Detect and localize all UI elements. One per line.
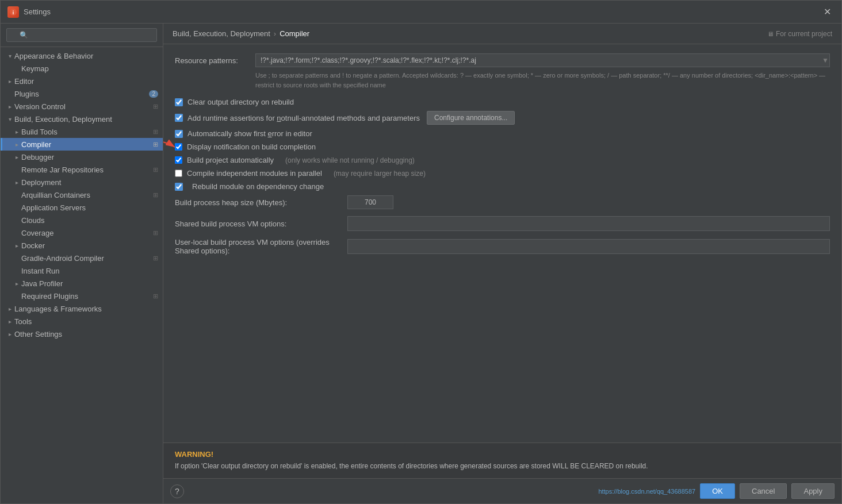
checkbox-clear-output-input[interactable] <box>175 98 183 106</box>
checkbox-add-assertions: Add runtime assertions for notnull-annot… <box>175 111 830 125</box>
sidebar-item-label-languages: Languages & Frameworks <box>14 305 158 313</box>
bottom-buttons: https://blog.csdn.net/qq_43688587 OK Can… <box>598 483 835 499</box>
sidebar-item-java-profiler[interactable]: Java Profiler <box>1 277 163 290</box>
sidebar-item-label-vcs: Version Control <box>14 102 151 111</box>
sidebar-item-clouds[interactable]: Clouds <box>1 214 163 226</box>
main-content: Appearance & Behavior Keymap Editor Plug… <box>1 24 841 503</box>
heap-size-input[interactable] <box>347 195 393 209</box>
sidebar-search-container <box>1 24 163 47</box>
resource-scroll-icon[interactable]: ▼ <box>822 56 829 64</box>
sidebar-item-debugger[interactable]: Debugger <box>1 151 163 163</box>
heap-size-label: Build process heap size (Mbytes): <box>175 198 347 207</box>
sidebar-item-label-tools: Tools <box>14 317 158 326</box>
coverage-copy-icon: ⊞ <box>153 229 158 237</box>
resource-patterns-input[interactable] <box>255 53 830 67</box>
sidebar-item-deployment[interactable]: Deployment <box>1 176 163 188</box>
sidebar-item-build-exec[interactable]: Build, Execution, Deployment <box>1 113 163 125</box>
checkbox-rebuild-module-row: Rebuild module on dependency change <box>175 182 830 191</box>
sidebar-item-keymap[interactable]: Keymap <box>1 62 163 75</box>
checkbox-rebuild-input[interactable] <box>175 183 183 191</box>
sidebar-item-label-other: Other Settings <box>14 330 158 338</box>
checkbox-rebuild-label: Rebuild module on dependency change <box>192 182 324 191</box>
shared-vm-input[interactable] <box>347 216 830 231</box>
heap-size-row: Build process heap size (Mbytes): <box>175 195 830 209</box>
sidebar-item-tools[interactable]: Tools <box>1 315 163 328</box>
heap-size-value-wrap <box>347 195 393 209</box>
breadcrumb-parent: Build, Execution, Deployment <box>173 29 270 38</box>
help-button[interactable]: ? <box>170 484 184 498</box>
checkbox-buildauto-input[interactable] <box>175 156 182 164</box>
sidebar-item-label-appservers: Application Servers <box>21 203 158 212</box>
resource-patterns-label: Resource patterns: <box>175 56 255 65</box>
search-input[interactable] <box>6 28 157 42</box>
resource-hint: Use ; to separate patterns and ! to nega… <box>255 71 830 90</box>
sidebar-item-languages[interactable]: Languages & Frameworks <box>1 302 163 315</box>
ok-button[interactable]: OK <box>700 483 735 499</box>
sidebar-item-label-deployment: Deployment <box>21 178 158 187</box>
sidebar-item-other-settings[interactable]: Other Settings <box>1 328 163 340</box>
warning-box: WARNING! If option 'Clear output directo… <box>163 443 841 478</box>
titlebar: i Settings ✕ <box>1 1 841 24</box>
parallel-note: (may require larger heap size) <box>334 170 426 178</box>
gradle-copy-icon: ⊞ <box>153 255 158 262</box>
expand-arrow-editor <box>5 76 14 86</box>
expand-arrow-appearance <box>5 51 14 60</box>
resource-patterns-row: Resource patterns: ▼ <box>175 53 830 67</box>
checkbox-clear-output: Clear output directory on rebuild <box>175 98 830 106</box>
expand-arrow-plugins <box>5 89 14 98</box>
build-tools-copy-icon: ⊞ <box>153 128 158 136</box>
expand-arrow-tools <box>5 317 14 326</box>
expand-arrow-remote <box>12 165 21 174</box>
sidebar-item-label-keymap: Keymap <box>21 64 158 73</box>
sidebar-item-coverage[interactable]: Coverage ⊞ <box>1 226 163 239</box>
user-vm-input[interactable] <box>347 239 830 254</box>
sidebar-item-instant-run[interactable]: Instant Run <box>1 264 163 277</box>
breadcrumb-current: Compiler <box>280 29 309 38</box>
user-vm-label: User-local build process VM options (ove… <box>175 238 347 255</box>
expand-arrow-compiler <box>12 140 21 149</box>
sidebar-item-label-instant: Instant Run <box>21 267 158 275</box>
sidebar-item-plugins[interactable]: Plugins 2 <box>1 87 163 100</box>
user-vm-row: User-local build process VM options (ove… <box>175 238 830 255</box>
configure-annotations-button[interactable]: Configure annotations... <box>427 111 515 125</box>
sidebar-item-label-gradle: Gradle-Android Compiler <box>21 254 151 263</box>
checkbox-parallel-label: Compile independent modules in parallel <box>187 169 322 178</box>
settings-area: Resource patterns: ▼ Use ; to separate p… <box>163 44 841 478</box>
sidebar-item-docker[interactable]: Docker <box>1 239 163 252</box>
sidebar-tree: Appearance & Behavior Keymap Editor Plug… <box>1 47 163 503</box>
checkbox-autoshow-label: Automatically show first error in editor <box>187 129 312 138</box>
apply-button[interactable]: Apply <box>791 483 835 499</box>
sidebar-item-required-plugins[interactable]: Required Plugins ⊞ <box>1 290 163 302</box>
cancel-button[interactable]: Cancel <box>740 483 787 499</box>
checkbox-display-notification-row: Display notification on build completion <box>175 143 830 151</box>
expand-arrow-build <box>5 114 14 124</box>
expand-arrow-languages <box>5 304 14 313</box>
checkbox-notification-label: Display notification on build completion <box>187 143 316 151</box>
expand-arrow-plugins2 <box>12 291 21 301</box>
sidebar-item-editor[interactable]: Editor <box>1 75 163 87</box>
sidebar-item-label-arquillian: Arquillian Containers <box>21 191 151 199</box>
settings-scroll: Resource patterns: ▼ Use ; to separate p… <box>163 44 841 443</box>
sidebar-item-arquillian[interactable]: Arquillian Containers ⊞ <box>1 188 163 201</box>
checkbox-assertions-label: Add runtime assertions for notnull-annot… <box>187 114 420 122</box>
sidebar-item-compiler[interactable]: Compiler ⊞ <box>1 138 163 151</box>
expand-arrow-instant <box>12 266 21 275</box>
sidebar-item-app-servers[interactable]: Application Servers <box>1 201 163 214</box>
checkbox-autoshow-input[interactable] <box>175 130 183 138</box>
checkbox-parallel-input[interactable] <box>175 170 182 177</box>
url-display: https://blog.csdn.net/qq_43688587 <box>598 488 695 495</box>
project-label: For current project <box>776 30 832 38</box>
close-button[interactable]: ✕ <box>820 5 835 18</box>
sidebar-item-appearance[interactable]: Appearance & Behavior <box>1 49 163 62</box>
sidebar-item-remote-jar[interactable]: Remote Jar Repositories ⊞ <box>1 163 163 176</box>
checkbox-auto-show-error: Automatically show first error in editor <box>175 129 830 138</box>
warning-title: WARNING! <box>175 450 830 459</box>
sidebar-item-label-compiler: Compiler <box>21 140 151 149</box>
shared-vm-label: Shared build process VM options: <box>175 220 347 228</box>
expand-arrow-appservers <box>12 203 21 212</box>
sidebar-item-label-build-tools: Build Tools <box>21 128 151 136</box>
sidebar-item-version-control[interactable]: Version Control ⊞ <box>1 100 163 113</box>
checkbox-assertions-input[interactable] <box>175 114 183 122</box>
sidebar-item-build-tools[interactable]: Build Tools ⊞ <box>1 125 163 138</box>
sidebar-item-gradle-android[interactable]: Gradle-Android Compiler ⊞ <box>1 252 163 264</box>
